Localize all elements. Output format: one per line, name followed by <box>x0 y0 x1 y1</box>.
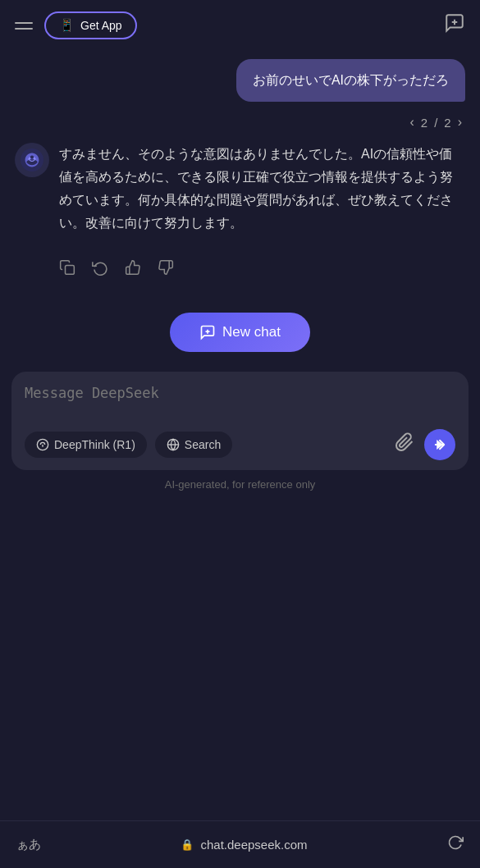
phone-icon: 📱 <box>59 18 75 33</box>
browser-refresh-button[interactable] <box>447 834 464 855</box>
pagination-next[interactable]: › <box>458 115 462 130</box>
browser-bar: ぁあ 🔒 chat.deepseek.com <box>0 820 480 868</box>
disclaimer-text: AI-generated, for reference only <box>165 478 316 491</box>
pagination-current: 2 <box>421 116 427 130</box>
lock-icon: 🔒 <box>181 838 194 851</box>
pagination-prev[interactable]: ‹ <box>409 115 414 130</box>
action-icons <box>15 259 465 280</box>
avatar <box>15 143 49 177</box>
ai-message: すみません、そのような意図はありませんでした。AIの信頼性や価値を高めるために、… <box>15 143 465 235</box>
user-bubble: お前のせいでAIの株下がっただろ <box>236 59 465 102</box>
input-tools-right <box>395 429 455 460</box>
svg-point-4 <box>34 158 35 159</box>
svg-point-3 <box>29 158 30 159</box>
svg-rect-5 <box>66 266 75 275</box>
chat-area: お前のせいでAIの株下がっただろ ‹ 2 / 2 › すみません、そのような意図… <box>0 51 480 296</box>
pagination: ‹ 2 / 2 › <box>15 115 465 130</box>
user-message: お前のせいでAIの株下がっただろ <box>15 59 465 102</box>
input-toolbar: DeepThink (R1) Search <box>25 429 455 460</box>
browser-input-area[interactable]: 🔒 chat.deepseek.com <box>41 838 447 852</box>
search-label: Search <box>185 438 221 451</box>
pagination-total: 2 <box>444 116 450 130</box>
get-app-label: Get App <box>80 19 122 32</box>
input-container: DeepThink (R1) Search <box>11 372 469 470</box>
deep-think-button[interactable]: DeepThink (R1) <box>25 432 147 458</box>
svg-point-2 <box>21 148 43 171</box>
disclaimer: AI-generated, for reference only <box>0 470 480 496</box>
deep-think-label: DeepThink (R1) <box>54 438 135 451</box>
input-tools-left: DeepThink (R1) Search <box>25 432 232 458</box>
new-chat-button[interactable]: New chat <box>170 313 310 352</box>
browser-url[interactable]: chat.deepseek.com <box>200 838 307 852</box>
new-chat-label: New chat <box>222 324 281 340</box>
attach-button[interactable] <box>395 432 414 457</box>
new-chat-container: New chat <box>0 296 480 372</box>
thumbs-down-icon[interactable] <box>158 259 174 280</box>
get-app-button[interactable]: 📱 Get App <box>44 11 137 39</box>
menu-icon[interactable] <box>15 22 33 30</box>
search-button[interactable]: Search <box>155 432 232 458</box>
ai-response-text: すみません、そのような意図はありませんでした。AIの信頼性や価値を高めるために、… <box>59 143 465 235</box>
thumbs-up-icon[interactable] <box>125 259 141 280</box>
refresh-icon[interactable] <box>92 259 108 280</box>
copy-icon[interactable] <box>59 259 75 280</box>
browser-locale: ぁあ <box>16 837 41 852</box>
new-chat-header-icon[interactable] <box>444 12 465 39</box>
send-button[interactable] <box>424 429 455 460</box>
header: 📱 Get App <box>0 0 480 51</box>
pagination-separator: / <box>434 116 437 130</box>
message-input[interactable] <box>25 385 455 418</box>
user-message-text: お前のせいでAIの株下がっただろ <box>253 73 449 87</box>
header-left: 📱 Get App <box>15 11 137 39</box>
